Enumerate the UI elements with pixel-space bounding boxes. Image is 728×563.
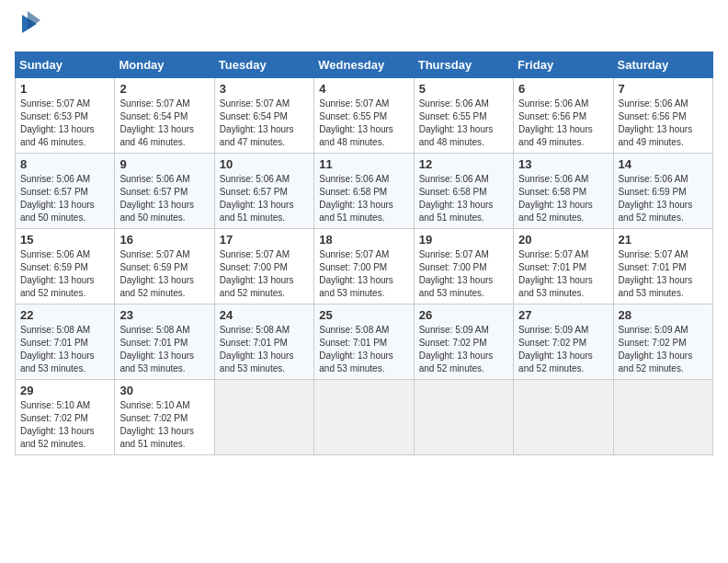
day-number: 21 bbox=[619, 233, 708, 247]
table-row bbox=[214, 380, 313, 455]
header-friday: Friday bbox=[514, 52, 613, 78]
day-number: 2 bbox=[119, 82, 209, 96]
table-row: 4 Sunrise: 5:07 AMSunset: 6:55 PMDayligh… bbox=[314, 78, 414, 154]
calendar-week-row: 29 Sunrise: 5:10 AMSunset: 7:02 PMDaylig… bbox=[16, 380, 713, 455]
table-row bbox=[613, 380, 712, 455]
calendar-week-row: 22 Sunrise: 5:08 AMSunset: 7:01 PMDaylig… bbox=[16, 304, 713, 380]
day-number: 5 bbox=[419, 82, 508, 96]
day-number: 23 bbox=[119, 308, 209, 322]
day-info: Sunrise: 5:07 AMSunset: 7:01 PMDaylight:… bbox=[518, 249, 593, 298]
header-sunday: Sunday bbox=[16, 52, 115, 78]
day-info: Sunrise: 5:07 AMSunset: 7:01 PMDaylight:… bbox=[619, 249, 693, 298]
table-row: 12 Sunrise: 5:06 AMSunset: 6:58 PMDaylig… bbox=[414, 154, 513, 229]
day-info: Sunrise: 5:07 AMSunset: 6:54 PMDaylight:… bbox=[119, 98, 194, 147]
day-info: Sunrise: 5:06 AMSunset: 6:59 PMDaylight:… bbox=[20, 249, 95, 298]
table-row: 21 Sunrise: 5:07 AMSunset: 7:01 PMDaylig… bbox=[613, 229, 712, 304]
day-number: 22 bbox=[20, 308, 109, 322]
day-info: Sunrise: 5:06 AMSunset: 6:57 PMDaylight:… bbox=[119, 174, 194, 223]
day-info: Sunrise: 5:08 AMSunset: 7:01 PMDaylight:… bbox=[319, 325, 393, 373]
svg-marker-1 bbox=[28, 11, 40, 29]
day-number: 4 bbox=[319, 82, 408, 96]
day-number: 11 bbox=[319, 157, 408, 171]
table-row: 8 Sunrise: 5:06 AMSunset: 6:57 PMDayligh… bbox=[16, 154, 115, 229]
day-number: 30 bbox=[119, 384, 209, 397]
calendar-week-row: 15 Sunrise: 5:06 AMSunset: 6:59 PMDaylig… bbox=[16, 229, 713, 304]
day-info: Sunrise: 5:09 AMSunset: 7:02 PMDaylight:… bbox=[518, 325, 593, 373]
header-thursday: Thursday bbox=[414, 52, 513, 78]
table-row bbox=[314, 380, 414, 455]
day-info: Sunrise: 5:08 AMSunset: 7:01 PMDaylight:… bbox=[20, 325, 95, 373]
table-row: 9 Sunrise: 5:06 AMSunset: 6:57 PMDayligh… bbox=[115, 154, 214, 229]
table-row: 10 Sunrise: 5:06 AMSunset: 6:57 PMDaylig… bbox=[214, 154, 313, 229]
logo bbox=[15, 15, 40, 40]
day-info: Sunrise: 5:06 AMSunset: 6:58 PMDaylight:… bbox=[319, 174, 393, 223]
header-saturday: Saturday bbox=[613, 52, 712, 78]
day-number: 1 bbox=[20, 82, 109, 96]
day-info: Sunrise: 5:08 AMSunset: 7:01 PMDaylight:… bbox=[119, 325, 194, 373]
day-number: 24 bbox=[220, 308, 309, 322]
day-number: 26 bbox=[419, 308, 508, 322]
day-number: 15 bbox=[20, 233, 109, 247]
table-row: 5 Sunrise: 5:06 AMSunset: 6:55 PMDayligh… bbox=[414, 78, 513, 154]
day-number: 16 bbox=[119, 233, 209, 247]
day-number: 9 bbox=[119, 157, 209, 171]
table-row: 11 Sunrise: 5:06 AMSunset: 6:58 PMDaylig… bbox=[314, 154, 414, 229]
table-row: 22 Sunrise: 5:08 AMSunset: 7:01 PMDaylig… bbox=[16, 304, 115, 380]
day-info: Sunrise: 5:06 AMSunset: 6:56 PMDaylight:… bbox=[619, 98, 693, 147]
table-row: 1 Sunrise: 5:07 AMSunset: 6:53 PMDayligh… bbox=[16, 78, 115, 154]
table-row: 25 Sunrise: 5:08 AMSunset: 7:01 PMDaylig… bbox=[314, 304, 414, 380]
day-number: 6 bbox=[518, 82, 608, 96]
day-info: Sunrise: 5:07 AMSunset: 6:53 PMDaylight:… bbox=[20, 98, 95, 147]
day-number: 8 bbox=[20, 157, 109, 171]
day-number: 17 bbox=[220, 233, 309, 247]
table-row: 3 Sunrise: 5:07 AMSunset: 6:54 PMDayligh… bbox=[214, 78, 313, 154]
logo-icon bbox=[18, 11, 40, 40]
table-row: 19 Sunrise: 5:07 AMSunset: 7:00 PMDaylig… bbox=[414, 229, 513, 304]
table-row: 2 Sunrise: 5:07 AMSunset: 6:54 PMDayligh… bbox=[115, 78, 214, 154]
day-info: Sunrise: 5:09 AMSunset: 7:02 PMDaylight:… bbox=[419, 325, 494, 373]
day-info: Sunrise: 5:06 AMSunset: 6:58 PMDaylight:… bbox=[518, 174, 593, 223]
day-number: 13 bbox=[518, 157, 608, 171]
page-header bbox=[15, 15, 713, 40]
day-info: Sunrise: 5:07 AMSunset: 6:54 PMDaylight:… bbox=[220, 98, 294, 147]
day-info: Sunrise: 5:08 AMSunset: 7:01 PMDaylight:… bbox=[220, 325, 294, 373]
day-info: Sunrise: 5:06 AMSunset: 6:59 PMDaylight:… bbox=[619, 174, 693, 223]
day-info: Sunrise: 5:06 AMSunset: 6:58 PMDaylight:… bbox=[419, 174, 494, 223]
day-info: Sunrise: 5:06 AMSunset: 6:55 PMDaylight:… bbox=[419, 98, 494, 147]
table-row: 17 Sunrise: 5:07 AMSunset: 7:00 PMDaylig… bbox=[214, 229, 313, 304]
day-number: 18 bbox=[319, 233, 408, 247]
day-number: 27 bbox=[518, 308, 608, 322]
calendar-header-row: Sunday Monday Tuesday Wednesday Thursday… bbox=[16, 52, 713, 78]
table-row: 18 Sunrise: 5:07 AMSunset: 7:00 PMDaylig… bbox=[314, 229, 414, 304]
header-monday: Monday bbox=[115, 52, 214, 78]
table-row: 23 Sunrise: 5:08 AMSunset: 7:01 PMDaylig… bbox=[115, 304, 214, 380]
day-number: 14 bbox=[619, 157, 708, 171]
calendar-week-row: 1 Sunrise: 5:07 AMSunset: 6:53 PMDayligh… bbox=[16, 78, 713, 154]
day-info: Sunrise: 5:10 AMSunset: 7:02 PMDaylight:… bbox=[119, 400, 194, 449]
table-row: 15 Sunrise: 5:06 AMSunset: 6:59 PMDaylig… bbox=[16, 229, 115, 304]
table-row: 30 Sunrise: 5:10 AMSunset: 7:02 PMDaylig… bbox=[115, 380, 214, 455]
calendar-week-row: 8 Sunrise: 5:06 AMSunset: 6:57 PMDayligh… bbox=[16, 154, 713, 229]
day-info: Sunrise: 5:07 AMSunset: 7:00 PMDaylight:… bbox=[319, 249, 393, 298]
table-row: 26 Sunrise: 5:09 AMSunset: 7:02 PMDaylig… bbox=[414, 304, 513, 380]
table-row bbox=[514, 380, 613, 455]
day-info: Sunrise: 5:07 AMSunset: 7:00 PMDaylight:… bbox=[419, 249, 494, 298]
day-info: Sunrise: 5:07 AMSunset: 6:59 PMDaylight:… bbox=[119, 249, 194, 298]
day-info: Sunrise: 5:07 AMSunset: 7:00 PMDaylight:… bbox=[220, 249, 294, 298]
table-row: 16 Sunrise: 5:07 AMSunset: 6:59 PMDaylig… bbox=[115, 229, 214, 304]
day-info: Sunrise: 5:10 AMSunset: 7:02 PMDaylight:… bbox=[20, 400, 95, 449]
day-number: 12 bbox=[419, 157, 508, 171]
header-tuesday: Tuesday bbox=[214, 52, 313, 78]
table-row: 20 Sunrise: 5:07 AMSunset: 7:01 PMDaylig… bbox=[514, 229, 613, 304]
day-number: 25 bbox=[319, 308, 408, 322]
header-wednesday: Wednesday bbox=[314, 52, 414, 78]
calendar-table: Sunday Monday Tuesday Wednesday Thursday… bbox=[15, 52, 713, 455]
day-number: 10 bbox=[220, 157, 309, 171]
table-row: 29 Sunrise: 5:10 AMSunset: 7:02 PMDaylig… bbox=[16, 380, 115, 455]
day-number: 20 bbox=[518, 233, 608, 247]
table-row: 6 Sunrise: 5:06 AMSunset: 6:56 PMDayligh… bbox=[514, 78, 613, 154]
day-number: 29 bbox=[20, 384, 109, 397]
table-row: 14 Sunrise: 5:06 AMSunset: 6:59 PMDaylig… bbox=[613, 154, 712, 229]
table-row bbox=[414, 380, 513, 455]
day-info: Sunrise: 5:06 AMSunset: 6:57 PMDaylight:… bbox=[20, 174, 95, 223]
